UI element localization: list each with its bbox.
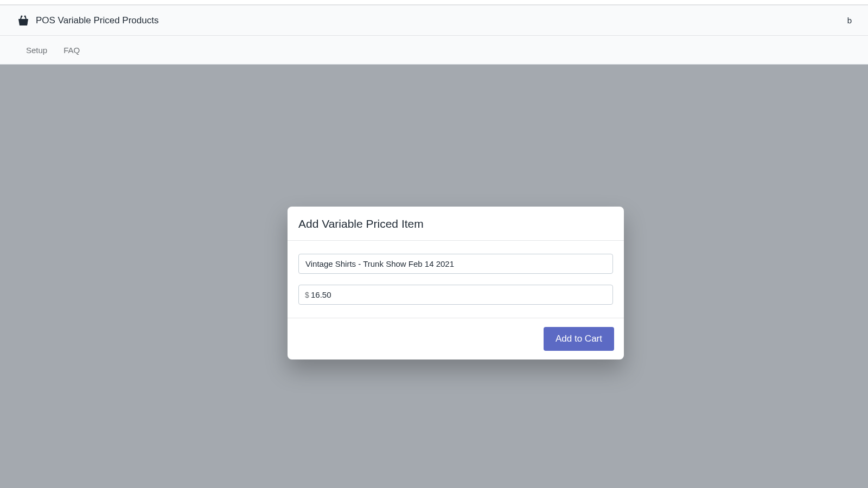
modal-footer: Add to Cart <box>288 318 624 359</box>
modal-body: $ <box>288 241 624 318</box>
svg-point-0 <box>21 15 23 17</box>
nav-setup[interactable]: Setup <box>26 46 47 55</box>
svg-point-2 <box>25 22 28 24</box>
basket-icon <box>16 15 30 27</box>
svg-point-1 <box>24 15 26 17</box>
add-item-modal: Add Variable Priced Item $ Add to Cart <box>288 207 624 359</box>
price-input[interactable] <box>298 285 613 305</box>
modal-header: Add Variable Priced Item <box>288 207 624 241</box>
content-area: Add Variable Priced Item $ Add to Cart <box>0 65 868 488</box>
price-input-wrapper: $ <box>298 285 613 305</box>
app-title: POS Variable Priced Products <box>36 15 158 26</box>
header-left-group: POS Variable Priced Products <box>16 15 158 27</box>
nav-faq[interactable]: FAQ <box>63 46 80 55</box>
item-name-input[interactable] <box>298 254 613 274</box>
top-thin-bar <box>0 0 868 5</box>
header-right-text: b <box>847 16 852 25</box>
nav-bar: Setup FAQ <box>0 36 868 65</box>
header-bar: POS Variable Priced Products b <box>0 5 868 36</box>
modal-title: Add Variable Priced Item <box>298 217 613 230</box>
add-to-cart-button[interactable]: Add to Cart <box>544 327 614 351</box>
